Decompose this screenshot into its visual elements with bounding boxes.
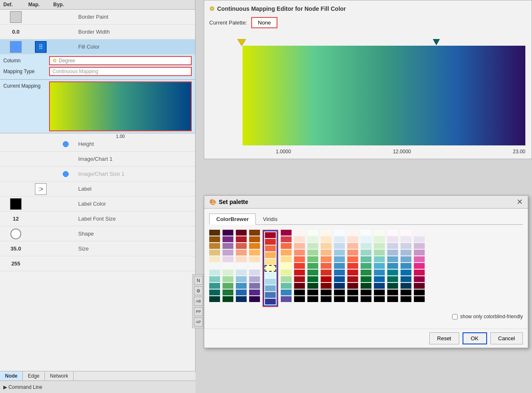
swatch-cell-4-0[interactable] xyxy=(265,232,276,238)
swatch-cell-5-8[interactable] xyxy=(281,283,292,289)
swatch-cell-8-2[interactable] xyxy=(321,243,332,249)
swatch-cell-6-5[interactable] xyxy=(294,263,305,269)
palette-none-btn[interactable]: None xyxy=(251,17,277,28)
swatch-cell-0-10[interactable] xyxy=(209,296,220,302)
swatch-cell-12-5[interactable] xyxy=(374,263,385,269)
swatch-cell-7-4[interactable] xyxy=(307,256,318,262)
swatch-cell-6-2[interactable] xyxy=(294,243,305,249)
swatch-column-9[interactable] xyxy=(334,230,345,307)
swatch-cell-4-1[interactable] xyxy=(265,239,276,245)
swatch-cell-0-0[interactable] xyxy=(209,230,220,236)
swatch-cell-11-4[interactable] xyxy=(361,256,371,262)
swatch-cell-9-8[interactable] xyxy=(334,283,345,289)
swatch-cell-9-2[interactable] xyxy=(334,243,345,249)
swatch-cell-4-2[interactable] xyxy=(265,246,276,251)
swatch-cell-2-9[interactable] xyxy=(236,290,247,295)
swatch-column-3[interactable] xyxy=(249,230,260,307)
swatch-cell-12-4[interactable] xyxy=(374,256,385,262)
swatch-cell-15-8[interactable] xyxy=(414,283,425,289)
swatch-cell-7-0[interactable] xyxy=(307,230,318,236)
swatch-cell-4-10[interactable] xyxy=(265,299,276,305)
swatch-cell-14-2[interactable] xyxy=(401,243,411,249)
reset-btn[interactable]: Reset xyxy=(429,332,459,344)
tab-network[interactable]: Network xyxy=(45,371,74,381)
swatch-cell-8-1[interactable] xyxy=(321,236,332,242)
swatch-cell-13-7[interactable] xyxy=(387,276,398,282)
swatch-cell-10-2[interactable] xyxy=(347,243,358,249)
swatch-column-15[interactable] xyxy=(414,230,425,307)
swatch-column-4[interactable] xyxy=(263,231,277,306)
swatch-cell-4-7[interactable] xyxy=(265,279,276,285)
swatch-cell-1-3[interactable] xyxy=(223,250,233,255)
swatch-cell-9-4[interactable] xyxy=(334,256,345,262)
swatch-cell-8-5[interactable] xyxy=(321,263,332,269)
swatch-cell-13-2[interactable] xyxy=(387,243,398,249)
swatch-cell-11-1[interactable] xyxy=(361,236,371,242)
swatch-cell-3-8[interactable] xyxy=(249,283,260,289)
swatch-cell-11-5[interactable] xyxy=(361,263,371,269)
swatch-cell-12-0[interactable] xyxy=(374,230,385,236)
swatch-cell-7-10[interactable] xyxy=(307,296,318,302)
tab-node[interactable]: Node xyxy=(0,371,23,381)
tab-colorbrewer[interactable]: ColorBrewer xyxy=(209,214,256,225)
swatch-column-0[interactable] xyxy=(209,230,220,307)
swatch-cell-8-4[interactable] xyxy=(321,256,332,262)
swatch-cell-15-5[interactable] xyxy=(414,263,425,269)
swatch-cell-7-9[interactable] xyxy=(307,290,318,295)
swatch-cell-5-2[interactable] xyxy=(281,243,292,249)
swatch-cell-8-9[interactable] xyxy=(321,290,332,295)
swatch-cell-9-1[interactable] xyxy=(334,236,345,242)
mapping-type-input[interactable]: Continuous Mapping xyxy=(49,67,192,76)
swatch-column-5[interactable] xyxy=(281,230,292,307)
swatch-cell-8-0[interactable] xyxy=(321,230,332,236)
swatch-column-10[interactable] xyxy=(347,230,358,307)
swatch-cell-14-1[interactable] xyxy=(401,236,411,242)
swatch-cell-9-7[interactable] xyxy=(334,276,345,282)
swatch-cell-12-8[interactable] xyxy=(374,283,385,289)
swatch-cell-14-0[interactable] xyxy=(401,230,411,236)
swatch-cell-14-9[interactable] xyxy=(401,290,411,295)
swatch-cell-10-7[interactable] xyxy=(347,276,358,282)
swatch-cell-6-9[interactable] xyxy=(294,290,305,295)
swatch-cell-15-9[interactable] xyxy=(414,290,425,295)
swatch-cell-11-3[interactable] xyxy=(361,250,371,255)
swatch-cell-11-6[interactable] xyxy=(361,270,371,275)
swatch-cell-11-7[interactable] xyxy=(361,276,371,282)
swatch-cell-10-0[interactable] xyxy=(347,230,358,236)
swatch-cell-2-7[interactable] xyxy=(236,276,247,282)
shape-circle-icon[interactable] xyxy=(10,228,21,239)
swatch-cell-14-5[interactable] xyxy=(401,263,411,269)
swatch-cell-10-8[interactable] xyxy=(347,283,358,289)
swatch-cell-2-10[interactable] xyxy=(236,296,247,302)
swatch-cell-4-8[interactable] xyxy=(265,285,276,291)
swatch-cell-0-1[interactable] xyxy=(209,236,220,242)
border-paint-swatch[interactable] xyxy=(10,11,22,23)
swatch-cell-0-8[interactable] xyxy=(209,283,220,289)
fill-color-map-btn[interactable]: ⠿ xyxy=(35,41,47,53)
swatch-cell-7-5[interactable] xyxy=(307,263,318,269)
swatch-cell-4-4[interactable] xyxy=(265,259,276,265)
swatch-cell-7-1[interactable] xyxy=(307,236,318,242)
tab-viridis[interactable]: Viridis xyxy=(256,214,285,224)
swatch-cell-11-0[interactable] xyxy=(361,230,371,236)
swatch-cell-8-8[interactable] xyxy=(321,283,332,289)
swatch-cell-6-0[interactable] xyxy=(294,230,305,236)
dialog-close-btn[interactable]: ✕ xyxy=(517,198,523,206)
swatch-cell-11-10[interactable] xyxy=(361,296,371,302)
swatch-cell-2-0[interactable] xyxy=(236,230,247,236)
swatch-cell-13-4[interactable] xyxy=(387,256,398,262)
swatch-cell-2-2[interactable] xyxy=(236,243,247,249)
swatch-cell-6-6[interactable] xyxy=(294,270,305,275)
swatch-cell-7-2[interactable] xyxy=(307,243,318,249)
swatch-cell-10-9[interactable] xyxy=(347,290,358,295)
swatch-cell-9-10[interactable] xyxy=(334,296,345,302)
swatch-cell-12-9[interactable] xyxy=(374,290,385,295)
swatch-cell-12-3[interactable] xyxy=(374,250,385,255)
swatch-column-14[interactable] xyxy=(401,230,411,307)
toolbar-btn-n[interactable]: N xyxy=(194,276,203,285)
swatch-cell-12-1[interactable] xyxy=(374,236,385,242)
swatch-column-2[interactable] xyxy=(236,230,247,307)
swatch-cell-11-2[interactable] xyxy=(361,243,371,249)
swatch-cell-3-10[interactable] xyxy=(249,296,260,302)
swatch-cell-15-3[interactable] xyxy=(414,250,425,255)
